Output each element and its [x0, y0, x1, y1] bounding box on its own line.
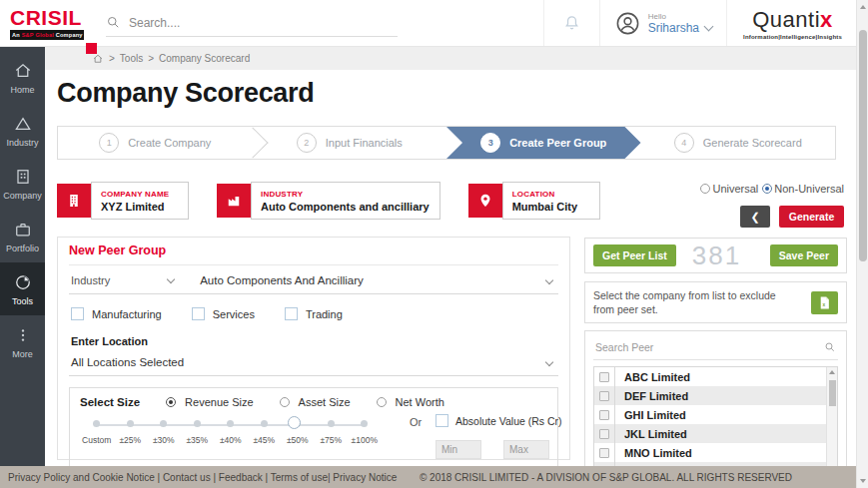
page-title: Company Scorecard — [57, 78, 315, 109]
sidebar-item-industry[interactable]: Industry — [0, 104, 45, 157]
non-universal-radio[interactable]: Non-Universal — [762, 183, 844, 195]
industry-dropdown-label[interactable]: Industry — [71, 274, 110, 286]
portfolio-icon — [13, 220, 33, 240]
page-scrollbar[interactable] — [856, 0, 868, 488]
location-dropdown-row: All Locations Selected — [69, 347, 558, 376]
generate-button[interactable]: Generate — [779, 206, 844, 228]
back-button[interactable]: ❮ — [740, 206, 770, 228]
asset-size-radio[interactable]: Asset Size — [280, 396, 351, 408]
slider-stop[interactable] — [361, 420, 368, 427]
username-label: Sriharsha — [648, 21, 699, 35]
row-checkbox[interactable] — [594, 424, 615, 443]
search-peer-input[interactable] — [595, 341, 795, 353]
location-selected-value[interactable]: All Locations Selected — [71, 356, 184, 368]
absolute-value-checkbox[interactable]: Absolute Value (Rs Cr) — [435, 414, 562, 427]
step-create-company[interactable]: 1 Create Company — [58, 127, 253, 159]
company-row[interactable]: ABC Limited — [594, 367, 826, 386]
chevron-down-icon[interactable] — [545, 276, 553, 284]
row-checkbox[interactable] — [594, 386, 615, 405]
notifications-bell-icon[interactable] — [562, 14, 581, 33]
main-content: Company Scorecard 1 Create Company 2 Inp… — [45, 70, 856, 466]
breadcrumb: > Tools > Company Scorecard — [45, 47, 856, 70]
checkbox-icon — [71, 307, 84, 320]
trading-checkbox[interactable]: Trading — [285, 307, 343, 320]
company-row[interactable]: GHI Limited — [594, 405, 826, 424]
wizard-steps: 1 Create Company 2 Input Financials 3 Cr… — [57, 126, 836, 160]
services-checkbox[interactable]: Services — [192, 307, 255, 320]
chevron-down-icon — [704, 21, 714, 31]
step-create-peer-group[interactable]: 3 Create Peer Group — [446, 127, 641, 159]
quantix-tagline: Information|Intelligence|Insights — [743, 34, 842, 40]
scroll-down-arrow-icon[interactable] — [860, 479, 866, 483]
company-row[interactable]: JKL Limited — [594, 424, 826, 443]
manufacturing-checkbox[interactable]: Manufacturing — [71, 307, 162, 320]
company-name-value: XYZ Limited — [101, 201, 178, 213]
sidebar-item-portfolio[interactable]: Portfolio — [0, 210, 45, 262]
company-row[interactable]: DEF Limited — [594, 386, 826, 405]
global-search[interactable] — [106, 15, 398, 37]
excel-file-icon: x — [818, 295, 831, 310]
form-heading: New Peer Group — [69, 244, 558, 265]
more-icon — [13, 325, 33, 345]
scroll-up-arrow-icon[interactable] — [860, 5, 866, 9]
company-name-card: COMPANY NAME XYZ Limited — [57, 182, 189, 220]
scrollbar-thumb[interactable] — [859, 30, 867, 261]
breadcrumb-company-scorecard: Company Scorecard — [159, 53, 250, 64]
step-input-financials[interactable]: 2 Input Financials — [253, 127, 447, 159]
checkbox-icon — [599, 372, 609, 382]
revenue-size-radio[interactable]: Revenue Size — [166, 396, 254, 408]
slider-stop[interactable] — [261, 420, 268, 427]
chevron-down-icon[interactable] — [545, 358, 553, 366]
slider-stop[interactable] — [227, 420, 234, 427]
crisil-logo[interactable]: CRISIL An S&P Global Company — [10, 7, 84, 40]
slider-stop[interactable] — [160, 420, 167, 427]
sidebar-item-more[interactable]: More — [0, 315, 45, 368]
search-input[interactable] — [129, 16, 369, 30]
scrollbar-thumb[interactable] — [829, 380, 836, 406]
home-icon[interactable] — [92, 53, 104, 65]
peer-count: 381 — [680, 241, 741, 271]
slider-handle[interactable] — [288, 416, 301, 429]
tools-icon — [13, 272, 33, 292]
row-checkbox[interactable] — [594, 367, 615, 386]
select-size-box: Select Size Revenue Size Asset Size Net … — [69, 387, 558, 466]
slider-stop[interactable] — [93, 420, 100, 427]
row-checkbox[interactable] — [594, 405, 615, 424]
slider-stop[interactable] — [328, 420, 335, 427]
universal-radio[interactable]: Universal — [700, 183, 758, 195]
industry-selected-value[interactable]: Auto Components And Ancilliary — [200, 274, 364, 286]
radio-icon — [700, 184, 710, 194]
search-icon — [106, 15, 121, 30]
max-input[interactable] — [503, 440, 549, 459]
home-icon — [13, 61, 33, 81]
industry-dropdown-row: Industry Auto Components And Ancilliary — [69, 265, 558, 294]
export-excel-button[interactable]: x — [811, 291, 838, 314]
crisil-wordmark: CRISIL — [10, 7, 84, 28]
location-label: LOCATION — [512, 190, 589, 199]
sidebar-item-company[interactable]: Company — [0, 157, 45, 210]
slider-stop[interactable] — [194, 420, 201, 427]
slider-stop[interactable] — [127, 420, 134, 427]
enter-location-label: Enter Location — [69, 335, 558, 347]
user-menu[interactable]: Hello Sriharsha — [600, 10, 726, 37]
factory-icon — [217, 184, 251, 218]
chevron-down-icon[interactable] — [167, 275, 175, 283]
radio-icon — [377, 397, 387, 407]
save-peer-button[interactable]: Save Peer — [770, 244, 838, 266]
footer-copyright: © 2018 CRISIL LIMITED - A DIVISION OF S&… — [420, 472, 792, 483]
scroll-up-arrow-icon[interactable] — [829, 370, 835, 374]
min-input[interactable] — [435, 440, 481, 459]
get-peer-list-button[interactable]: Get Peer List — [593, 244, 676, 266]
breadcrumb-tools[interactable]: Tools — [120, 53, 143, 64]
checkbox-icon — [599, 410, 609, 420]
list-scrollbar[interactable] — [826, 367, 837, 466]
sidebar-item-tools[interactable]: Tools — [0, 262, 45, 315]
avatar-icon — [614, 10, 641, 37]
svg-text:x: x — [823, 301, 826, 306]
footer-links[interactable]: Privacy Policy and Cookie Notice | Conta… — [8, 472, 397, 483]
sidebar-item-home[interactable]: Home — [0, 51, 45, 104]
company-row[interactable]: MNO Limited — [594, 443, 826, 462]
step-generate-scorecard[interactable]: 4 Generate Scorecard — [641, 127, 836, 159]
net-worth-radio[interactable]: Net Worth — [377, 396, 444, 408]
row-checkbox[interactable] — [594, 443, 615, 462]
